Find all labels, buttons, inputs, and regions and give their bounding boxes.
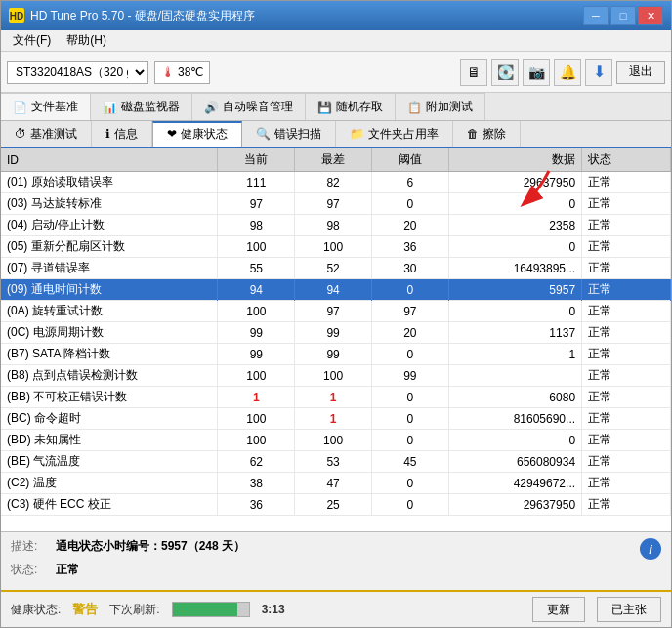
table-row[interactable]: (BE) 气流温度625345656080934正常 [1,451,671,473]
table-row[interactable]: (03) 马达旋转标准979700正常 [1,193,671,215]
table-row[interactable]: (C2) 温度3847042949672...正常 [1,473,671,494]
thermometer-icon: 🌡 [161,64,175,80]
cell-worst: 97 [295,301,372,322]
minimize-button[interactable]: ─ [583,6,609,25]
cell-status: 正常 [582,408,671,430]
cell-worst: 100 [295,430,372,451]
cell-data: 2358 [448,215,581,236]
cell-status: 正常 [582,301,671,322]
cell-id: (0A) 旋转重试计数 [1,301,218,322]
health-bar-value: 警告 [72,601,98,618]
cell-data: 656080934 [448,451,581,473]
refresh-progress [172,602,250,617]
extra-tests-icon: 📋 [407,101,422,114]
table-row[interactable]: (09) 通电时间计数949405957正常 [1,279,671,301]
header-status: 状态 [582,148,671,172]
temperature-display: 🌡 38℃ [154,61,210,84]
menu-bar: 文件(F) 帮助(H) [1,30,671,52]
exit-button[interactable]: 退出 [616,61,665,84]
cell-worst: 52 [295,258,372,279]
table-row[interactable]: (BC) 命令超时1001081605690...正常 [1,408,671,430]
cell-data: 29637950 [448,494,581,516]
tab-file-benchmark[interactable]: 📄 文件基准 [1,93,91,120]
status-row: 状态: 正常 [11,562,661,578]
cell-status: 正常 [582,193,671,215]
maximize-button[interactable]: □ [610,6,636,25]
cell-current: 100 [218,301,295,322]
cell-id: (C3) 硬件 ECC 校正 [1,494,218,516]
cell-current: 94 [218,279,295,301]
cell-data: 5957 [448,279,581,301]
tab-health[interactable]: ❤ 健康状态 [152,121,242,147]
cell-status: 正常 [582,322,671,344]
camera-icon-btn[interactable]: 📷 [523,59,550,86]
cell-worst: 47 [295,473,372,494]
cell-worst: 25 [295,494,372,516]
refresh-label: 下次刷新: [109,602,159,618]
tab-folder-usage[interactable]: 📁 文件夹占用率 [336,121,453,147]
info-icon-button[interactable]: i [640,538,661,560]
table-row[interactable]: (B8) 点到点错误检测计数10010099正常 [1,365,671,387]
random-access-icon: 💾 [317,101,332,114]
data-table-container[interactable]: ID 当前 最差 阈值 数据 状态 (01) 原始读取错误率1118262963… [1,148,671,531]
main-content: ID 当前 最差 阈值 数据 状态 (01) 原始读取错误率1118262963… [1,148,671,627]
tab-noise-mgmt[interactable]: 🔊 自动噪音管理 [192,93,306,120]
file-benchmark-icon: 📄 [13,101,27,114]
menu-help[interactable]: 帮助(H) [59,30,114,51]
download-icon-btn[interactable]: ⬇ [585,59,612,86]
cell-current: 100 [218,236,295,258]
tab-benchmark[interactable]: ⏱ 基准测试 [1,121,92,147]
title-text: HD Tune Pro 5.70 - 硬盘/固态硬盘实用程序 [30,8,583,24]
header-worst: 最差 [295,148,372,172]
temperature-value: 38℃ [178,65,203,79]
tab-row-2: ⏱ 基准测试 ℹ 信息 ❤ 健康状态 🔍 错误扫描 📁 文件夹占用率 🗑 擦除 [1,121,671,148]
cell-status: 正常 [582,473,671,494]
close-button[interactable]: ✕ [638,6,663,25]
table-row[interactable]: (01) 原始读取错误率11182629637950正常 [1,172,671,193]
cell-data: 6080 [448,387,581,408]
cell-id: (01) 原始读取错误率 [1,172,218,193]
tab-erase[interactable]: 🗑 擦除 [453,121,521,147]
cell-worst: 53 [295,451,372,473]
cell-data: 0 [448,430,581,451]
table-row[interactable]: (07) 寻道错误率55523016493895...正常 [1,258,671,279]
health-tab-icon: ❤ [167,127,177,141]
toolbar-icons: 🖥 💽 📷 🔔 ⬇ 退出 [216,59,665,86]
erase-icon: 🗑 [467,127,479,141]
tab-info[interactable]: ℹ 信息 [92,121,152,147]
cell-status: 正常 [582,236,671,258]
drive-selector[interactable]: ST3320418AS（320 gB） [7,61,148,84]
table-row[interactable]: (04) 启动/停止计数9898202358正常 [1,215,671,236]
cell-data: 0 [448,193,581,215]
description-area: 描述: 通电状态小时编号：5957（248 天） i 状态: 正常 [1,531,671,590]
menu-file[interactable]: 文件(F) [5,30,59,51]
tab-random-access[interactable]: 💾 随机存取 [306,93,396,120]
cell-id: (04) 启动/停止计数 [1,215,218,236]
cell-status: 正常 [582,215,671,236]
status-bar: 健康状态: 警告 下次刷新: 3:13 更新 已主张 [1,590,671,627]
table-row[interactable]: (C3) 硬件 ECC 校正3625029637950正常 [1,494,671,516]
cell-data: 16493895... [448,258,581,279]
bell-icon-btn[interactable]: 🔔 [554,59,581,86]
update-button[interactable]: 更新 [532,597,585,622]
table-row[interactable]: (BB) 不可校正错误计数1106080正常 [1,387,671,408]
health-icon-btn[interactable]: 🖥 [460,59,487,86]
cell-threshold: 0 [371,193,448,215]
tab-row-1: 📄 文件基准 📊 磁盘监视器 🔊 自动噪音管理 💾 随机存取 📋 附加测试 [1,93,671,121]
table-row[interactable]: (BD) 未知属性10010000正常 [1,430,671,451]
cell-data: 29637950 [448,172,581,193]
status-label: 状态: [11,562,48,578]
cell-id: (B7) SATA 降档计数 [1,344,218,365]
disk-icon-btn[interactable]: 💽 [491,59,519,86]
tab-extra-tests[interactable]: 📋 附加测试 [396,93,485,120]
cell-data: 1 [448,344,581,365]
tab-disk-monitor[interactable]: 📊 磁盘监视器 [91,93,192,120]
tab-error-scan[interactable]: 🔍 错误扫描 [242,121,336,147]
table-row[interactable]: (B7) SATA 降档计数999901正常 [1,344,671,365]
table-row[interactable]: (0A) 旋转重试计数10097970正常 [1,301,671,322]
cell-threshold: 0 [371,387,448,408]
table-row[interactable]: (05) 重新分配扇区计数100100360正常 [1,236,671,258]
table-row[interactable]: (0C) 电源周期计数9999201137正常 [1,322,671,344]
cell-id: (0C) 电源周期计数 [1,322,218,344]
close-button-2[interactable]: 已主张 [597,597,661,622]
